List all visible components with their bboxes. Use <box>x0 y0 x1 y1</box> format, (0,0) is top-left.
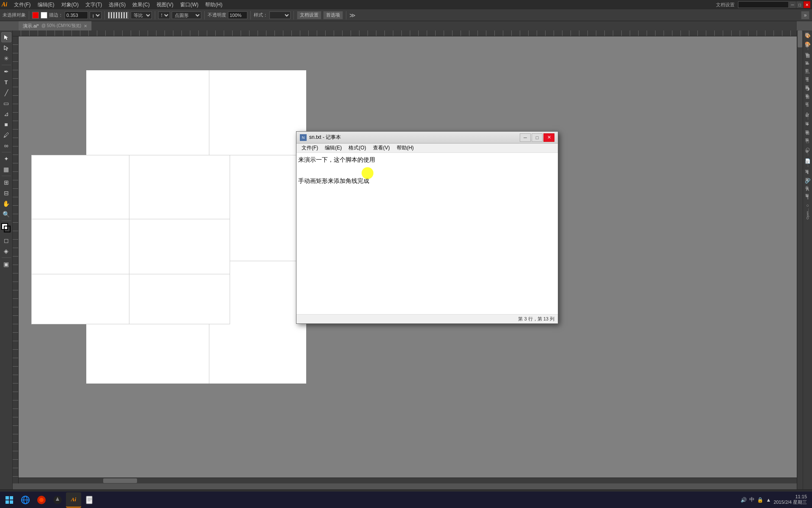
transform-icon: ⊞ <box>806 94 809 100</box>
panel-links[interactable]: 🔗 链接 <box>804 177 812 185</box>
prefs-button[interactable]: 首选项 <box>323 11 343 19</box>
tool-hand[interactable]: ✋ <box>1 199 11 209</box>
minimize-button[interactable]: ─ <box>789 1 796 8</box>
stroke-color-red[interactable] <box>32 12 39 19</box>
notepad-maximize-button[interactable]: □ <box>532 133 543 142</box>
taskbar-icon-3[interactable] <box>50 492 65 508</box>
tool-rect[interactable]: ▭ <box>1 98 11 108</box>
stroke-style-select[interactable]: 等比 <box>131 11 152 19</box>
menu-file[interactable]: 文件(F) <box>11 0 34 9</box>
point-size-select[interactable]: 5 <box>158 11 170 19</box>
tool-selection[interactable] <box>1 32 11 42</box>
taskbar-ie-icon[interactable] <box>18 492 33 508</box>
tool-screen-mode[interactable]: ▣ <box>1 259 11 269</box>
panel-appearance[interactable]: ✦ 外观 <box>804 121 812 129</box>
tool-mode-behind[interactable]: ◈ <box>1 246 11 256</box>
collapse-panels-icon[interactable]: » <box>801 11 809 19</box>
taskbar-icon-2[interactable] <box>34 492 49 508</box>
notepad-close-button[interactable]: ✕ <box>543 133 554 142</box>
tool-eyedropper[interactable]: 🖊 <box>1 130 11 140</box>
tool-direct-selection[interactable] <box>1 43 11 53</box>
panel-attributes[interactable]: ℹ 属性 <box>804 169 812 177</box>
character-icon: A <box>806 187 809 192</box>
menu-object[interactable]: 对象(O) <box>58 0 82 9</box>
tool-blend[interactable]: ∞ <box>1 141 11 151</box>
panel-opentype[interactable]: ○ Open... <box>804 202 812 220</box>
close-button[interactable]: ✕ <box>804 1 810 8</box>
panel-color[interactable]: 🎨 颜色 <box>804 32 812 40</box>
tool-type[interactable]: T <box>1 77 11 87</box>
tool-gradient[interactable]: ■ <box>1 119 11 130</box>
stroke-color-box[interactable] <box>41 12 47 19</box>
artboards-icon: □ <box>806 139 809 144</box>
menu-window[interactable]: 窗口(W) <box>177 0 202 9</box>
notepad-minimize-button[interactable]: ─ <box>520 133 531 142</box>
panel-artboards[interactable]: □ 图板 <box>804 138 812 145</box>
grid-h-4 <box>32 274 230 274</box>
panel-doc[interactable]: 📄 文档... <box>804 157 812 168</box>
notepad-menu-view[interactable]: 查看(V) <box>370 144 393 152</box>
tool-artboard[interactable]: ⊞ <box>1 177 11 188</box>
notepad-menu-file[interactable]: 文件(F) <box>298 144 321 152</box>
panel-swatches[interactable]: ▦ 色板 <box>804 52 812 60</box>
panel-stroke[interactable]: — 描边 <box>804 69 812 76</box>
menu-view[interactable]: 视图(V) <box>153 0 177 9</box>
sys-tray-network[interactable]: ▲ <box>766 497 771 503</box>
start-button[interactable] <box>2 492 17 508</box>
fill-stroke-selector[interactable] <box>1 223 11 234</box>
search-input[interactable] <box>738 1 789 8</box>
notepad-window-controls: ─ □ ✕ <box>520 133 554 142</box>
doc-settings-button[interactable]: 文档设置 <box>297 11 321 19</box>
panel-pathfinder[interactable]: ∿ 路径... <box>804 110 812 121</box>
menu-help[interactable]: 帮助(H) <box>202 0 226 9</box>
tool-mode-normal[interactable]: ◻ <box>1 235 11 246</box>
stroke-value-input[interactable] <box>65 11 88 19</box>
notepad-titlebar[interactable]: N sn.txt - 记事本 ─ □ ✕ <box>296 132 558 144</box>
tool-magic-wand[interactable]: ✳ <box>1 53 11 64</box>
menu-type[interactable]: 文字(T) <box>82 0 105 9</box>
scrollbar-vertical[interactable] <box>797 30 803 489</box>
panel-character[interactable]: A 字符 <box>804 186 812 193</box>
stroke-unit-select[interactable]: pt <box>90 11 102 19</box>
panel-brushes[interactable]: ✏ 画笔 <box>804 61 812 68</box>
notepad-menu-help[interactable]: 帮助(H) <box>393 144 417 152</box>
panel-separations[interactable]: ⬡ 分色... <box>804 146 812 157</box>
menu-effect[interactable]: 效果(C) <box>129 0 153 9</box>
scrollbar-horizontal[interactable] <box>19 478 797 483</box>
sys-tray-lock[interactable]: 🔒 <box>757 497 763 503</box>
extra-icon: ≫ <box>349 12 356 19</box>
panel-color2[interactable]: 🎨 颜色... <box>804 41 812 51</box>
tool-paint-bucket[interactable]: ⊿ <box>1 109 11 119</box>
panel-paragraph[interactable]: ¶ 段落 <box>804 194 812 201</box>
panel-transparency[interactable]: ◑ 透明度 <box>804 85 812 93</box>
tool-line[interactable]: ╱ <box>1 88 11 98</box>
doc-tab-close[interactable]: ✕ <box>84 24 87 28</box>
tool-pen[interactable]: ✒ <box>1 66 11 77</box>
taskbar-notepad-icon[interactable] <box>82 492 97 508</box>
tool-zoom[interactable]: 🔍 <box>1 209 11 219</box>
notepad-text-area[interactable]: 来演示一下，这个脚本的使用 手动画矩形来添加角线完成 <box>296 153 558 314</box>
sys-tray-volume[interactable]: 🔊 <box>741 497 747 503</box>
maximize-button[interactable]: □ <box>796 1 803 8</box>
panel-text[interactable]: ≡ 断文 <box>804 77 812 84</box>
scroll-thumb-vertical[interactable] <box>798 30 802 47</box>
tool-symbol-sprayer[interactable]: ✦ <box>1 154 11 164</box>
divider-7 <box>346 11 346 19</box>
menu-select[interactable]: 选择(S) <box>105 0 129 9</box>
scroll-thumb-horizontal[interactable] <box>103 478 137 483</box>
notepad-menu-format[interactable]: 格式(O) <box>345 144 369 152</box>
doc-tab-active[interactable]: 演示.ai* @ 50% (CMYK/预览) ✕ <box>19 21 92 30</box>
style-select[interactable] <box>269 11 291 19</box>
point-type-select[interactable]: 点圆形 <box>172 11 201 19</box>
sys-tray-ime[interactable]: 中 <box>749 496 754 503</box>
panel-transform[interactable]: ⊞ 变换 <box>804 94 812 101</box>
notepad-menu-edit[interactable]: 编辑(E) <box>321 144 345 152</box>
opacity-input[interactable] <box>228 11 247 19</box>
menu-edit[interactable]: 编辑(E) <box>34 0 58 9</box>
tool-column-graph[interactable]: ▦ <box>1 164 11 174</box>
panel-align[interactable]: ≡ 对齐 <box>804 102 812 109</box>
tool-slice[interactable]: ⊟ <box>1 188 11 198</box>
svg-point-8 <box>39 498 44 502</box>
panel-layers[interactable]: ⊞ 图层 <box>804 130 812 137</box>
taskbar-ai-icon[interactable]: Ai <box>66 492 81 508</box>
